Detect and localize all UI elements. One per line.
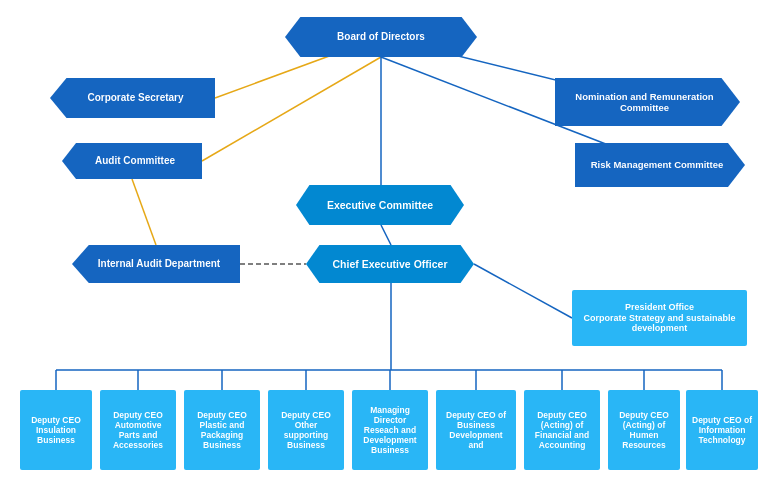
- dep8-label: Deputy CEO (Acting) of Humen Resources: [614, 410, 674, 451]
- org-chart: Board of Directors Corporate Secretary N…: [0, 0, 768, 501]
- dep6-label: Deputy CEO of Business Development and: [442, 410, 510, 451]
- risk-committee-label: Risk Management Committee: [591, 159, 724, 170]
- exec-committee-node: Executive Committee: [296, 185, 464, 225]
- svg-line-6: [132, 179, 156, 245]
- dep8-node: Deputy CEO (Acting) of Humen Resources: [608, 390, 680, 470]
- dep3-node: Deputy CEO Plastic and Packaging Busines…: [184, 390, 260, 470]
- dep7-node: Deputy CEO (Acting) of Financial and Acc…: [524, 390, 600, 470]
- dep1-label: Deputy CEO Insulation Business: [26, 415, 86, 446]
- dep4-node: Deputy CEO Other supporting Business: [268, 390, 344, 470]
- svg-line-5: [381, 225, 391, 245]
- corp-secretary-node: Corporate Secretary: [50, 78, 215, 118]
- internal-audit-label: Internal Audit Department: [98, 258, 220, 270]
- dep6-node: Deputy CEO of Business Development and: [436, 390, 516, 470]
- president-office-label: President Office Corporate Strategy and …: [578, 302, 741, 334]
- dep2-label: Deputy CEO Automotive Parts and Accessor…: [106, 410, 170, 451]
- audit-committee-label: Audit Committee: [95, 155, 175, 167]
- dep1-node: Deputy CEO Insulation Business: [20, 390, 92, 470]
- dep5-label: Managing Director Reseach and Developmen…: [358, 405, 422, 456]
- nom-committee-label: Nomination and Remuneration Committee: [563, 91, 726, 114]
- dep9-node: Deputy CEO of Information Technology: [686, 390, 758, 470]
- dep2-node: Deputy CEO Automotive Parts and Accessor…: [100, 390, 176, 470]
- president-office-node: President Office Corporate Strategy and …: [572, 290, 747, 346]
- audit-committee-node: Audit Committee: [62, 143, 202, 179]
- dep9-label: Deputy CEO of Information Technology: [692, 415, 752, 446]
- internal-audit-node: Internal Audit Department: [72, 245, 240, 283]
- exec-committee-label: Executive Committee: [327, 199, 433, 212]
- ceo-node: Chief Executive Officer: [306, 245, 474, 283]
- risk-committee-node: Risk Management Committee: [575, 143, 745, 187]
- ceo-label: Chief Executive Officer: [333, 258, 448, 271]
- dep3-label: Deputy CEO Plastic and Packaging Busines…: [190, 410, 254, 451]
- dep7-label: Deputy CEO (Acting) of Financial and Acc…: [530, 410, 594, 451]
- nom-committee-node: Nomination and Remuneration Committee: [555, 78, 740, 126]
- board-of-directors-node: Board of Directors: [285, 17, 477, 57]
- svg-line-9: [474, 264, 572, 318]
- corp-secretary-label: Corporate Secretary: [87, 92, 183, 104]
- board-of-directors-label: Board of Directors: [337, 31, 425, 43]
- dep5-node: Managing Director Reseach and Developmen…: [352, 390, 428, 470]
- dep4-label: Deputy CEO Other supporting Business: [274, 410, 338, 451]
- svg-line-2: [202, 57, 381, 161]
